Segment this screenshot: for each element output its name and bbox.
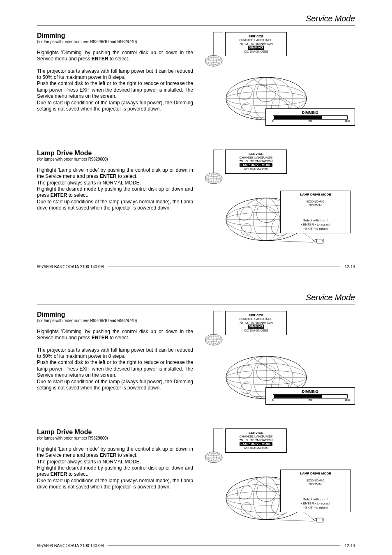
globe-icon bbox=[205, 428, 223, 465]
footer-left: 5975696 BARCODATA 2100 140798 bbox=[37, 543, 104, 548]
dimming-paragraph-2: The projector starts alsways with full l… bbox=[37, 347, 193, 391]
globe-icon bbox=[205, 150, 223, 187]
divider bbox=[108, 546, 340, 546]
dimming-paragraph-2: The projector starts alsways with full l… bbox=[37, 68, 193, 113]
service-menu-ldm: SERVICE CHANGE LANGUAGE 75ΩTERMINATION L… bbox=[225, 428, 287, 453]
ldm-option-economic[interactable]: ECONOMIC bbox=[281, 479, 350, 482]
globe-icon bbox=[205, 311, 223, 348]
footer-left: 5975696 BARCODATA 2100 140798 bbox=[37, 265, 104, 269]
page-footer: 5975696 BARCODATA 2100 140798 12-13 bbox=[37, 265, 355, 269]
service-menu-dimming: SERVICE CHANGE LANGUAGE 75ΩTERMINATION D… bbox=[225, 32, 287, 56]
menu-item-ldm: LAMP DRIVE MODE bbox=[240, 442, 272, 446]
ldm-hint: Select with ↓ or ↑ <ENTER> to accept <EX… bbox=[281, 219, 350, 230]
ldm-panel: LAMP DRIVE MODE ECONOMIC NORMAL Select w… bbox=[280, 470, 351, 512]
section-title-ldm: Lamp Drive Mode bbox=[37, 150, 193, 157]
page-2: Service Mode Dimming (for lamps with ord… bbox=[0, 279, 392, 555]
dimming-paragraph-1: Highlights 'Dimming' by pushing the cont… bbox=[37, 50, 193, 62]
svg-line-24 bbox=[254, 240, 313, 242]
section-subtitle-ldm: (for lamps with order number R9829600) bbox=[37, 157, 193, 161]
service-menu-dimming: SERVICE CHANGE LANGUAGE 75ΩTERMINATION D… bbox=[225, 311, 287, 335]
section-title-ldm: Lamp Drive Mode bbox=[37, 428, 193, 436]
ldm-panel: LAMP DRIVE MODE ECONOMIC NORMAL Select w… bbox=[280, 191, 351, 233]
ldm-hint: Select with ↓ or ↑ <ENTER> to accept <EX… bbox=[281, 497, 350, 509]
section-title-dimming: Dimming bbox=[37, 32, 193, 39]
divider bbox=[37, 25, 355, 25]
ldm-option-economic[interactable]: ECONOMIC bbox=[281, 200, 350, 203]
section-title-dimming: Dimming bbox=[37, 311, 193, 318]
divider bbox=[37, 304, 355, 304]
page-header: Service Mode bbox=[37, 293, 355, 302]
ldm-paragraph: Highlight 'Lamp drive mode' by pushing t… bbox=[37, 446, 193, 491]
dimming-slider[interactable]: 0 50 100 bbox=[273, 115, 348, 120]
ldm-paragraph: Highlight 'Lamp drive mode' by pushing t… bbox=[37, 167, 193, 212]
section-subtitle-ldm: (for lamps with order number R9829600) bbox=[37, 436, 193, 440]
dimming-paragraph-1: Highlights 'Dimming' by pushing the cont… bbox=[37, 329, 193, 341]
menu-item-dimming: DIMMING bbox=[248, 46, 264, 49]
menu-item-ldm: LAMP DRIVE MODE bbox=[240, 163, 272, 167]
footer-right: 12-13 bbox=[344, 543, 355, 548]
footer-right: 12-13 bbox=[344, 265, 355, 269]
dimming-panel: DIMMING 0 50 100 bbox=[265, 387, 355, 405]
svg-line-32 bbox=[254, 519, 313, 521]
page-header: Service Mode bbox=[37, 14, 355, 23]
arrow-up-icon: ↑ bbox=[326, 497, 328, 501]
service-menu-ldm: SERVICE CHANGE LANGUAGE 75ΩTERMINATION L… bbox=[225, 150, 287, 174]
section-subtitle-dimming: (for lamps with order numbers R9829510 a… bbox=[37, 318, 193, 323]
ldm-option-normal[interactable]: NORMAL bbox=[281, 482, 350, 486]
section-subtitle-dimming: (for lamps with order numbers R9829510 a… bbox=[37, 39, 193, 44]
ldm-option-normal[interactable]: NORMAL bbox=[281, 203, 350, 207]
menu-item-dimming: DIMMING bbox=[248, 325, 264, 328]
page-1: Service Mode Dimming (for lamps with ord… bbox=[0, 0, 392, 279]
arrow-up-icon: ↑ bbox=[326, 219, 328, 222]
globe-icon bbox=[205, 32, 223, 69]
dimming-panel: DIMMING 0 50 100 bbox=[265, 108, 355, 126]
page-footer: 5975696 BARCODATA 2100 140798 12-13 bbox=[37, 543, 355, 548]
divider bbox=[108, 267, 340, 267]
dimming-slider[interactable]: 0 50 100 bbox=[273, 394, 348, 398]
